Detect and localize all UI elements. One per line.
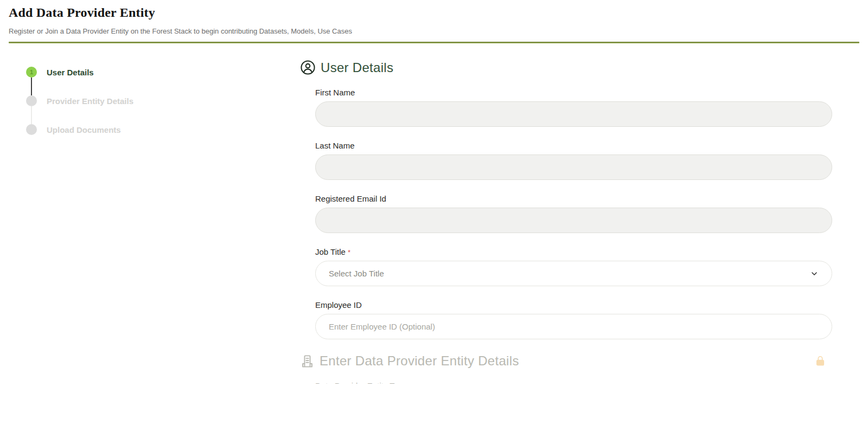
page-subtitle: Register or Join a Data Provider Entity … [9,27,859,35]
entity-type-required-marker: * [410,382,412,384]
chevron-down-icon [810,269,819,278]
step-3-number: 3 [30,126,33,133]
step-1-label: User Details [47,68,94,77]
step-3-indicator: 3 [26,124,37,135]
entity-type-field-group: Data Provider Entity Type* Select Data P… [315,381,832,384]
entity-details-section: Enter Data Provider Entity Details Data … [300,353,838,384]
stepper-step-user-details[interactable]: 1 User Details [26,67,300,78]
last-name-field-group: Last Name [315,141,832,180]
step-connector-1 [31,78,32,95]
user-circle-icon [300,60,316,75]
job-title-required-marker: * [348,248,350,256]
job-title-label-text: Job Title [315,247,346,256]
last-name-input [315,154,832,180]
first-name-input [315,101,832,127]
first-name-label: First Name [315,88,832,97]
stepper-step-provider-entity-details[interactable]: 2 Provider Entity Details [26,95,300,106]
registered-email-label: Registered Email Id [315,194,832,203]
entity-details-fields: Data Provider Entity Type* Select Data P… [315,381,832,384]
page-header: Add Data Provider Entity Register or Joi… [0,0,868,43]
step-connector-2 [31,106,32,124]
page-title: Add Data Provider Entity [9,5,859,20]
step-1-number: 1 [30,69,33,75]
job-title-select-value: Select Job Title [329,269,384,278]
last-name-label: Last Name [315,141,832,150]
step-2-indicator: 2 [26,95,37,106]
user-details-fields: First Name Last Name Registered Email Id… [315,88,832,339]
first-name-field-group: First Name [315,88,832,127]
building-icon [300,354,315,369]
user-details-section-header: User Details [300,60,838,75]
step-1-indicator: 1 [26,67,37,78]
lock-icon [814,354,826,367]
job-title-select[interactable]: Select Job Title [315,261,832,286]
entity-details-section-title: Enter Data Provider Entity Details [320,353,519,369]
step-2-number: 2 [30,98,33,104]
employee-id-label: Employee ID [315,300,832,310]
stepper: 1 User Details 2 Provider Entity Details… [0,43,300,135]
registered-email-field-group: Registered Email Id [315,194,832,233]
user-details-section: User Details First Name Last Name Regist… [300,60,838,339]
job-title-label: Job Title* [315,247,832,256]
entity-type-label-text: Data Provider Entity Type [315,381,407,384]
registered-email-input [315,208,832,233]
entity-details-section-header: Enter Data Provider Entity Details [300,353,838,369]
entity-type-label: Data Provider Entity Type* [315,381,832,384]
step-3-label: Upload Documents [47,125,121,134]
form-column: User Details First Name Last Name Regist… [300,43,838,384]
job-title-field-group: Job Title* Select Job Title [315,247,832,286]
employee-id-input[interactable] [315,314,832,339]
step-2-label: Provider Entity Details [47,96,133,106]
employee-id-field-group: Employee ID [315,300,832,339]
stepper-step-upload-documents[interactable]: 3 Upload Documents [26,124,300,135]
user-details-section-title: User Details [321,60,393,75]
main-content: 1 User Details 2 Provider Entity Details… [0,43,868,384]
